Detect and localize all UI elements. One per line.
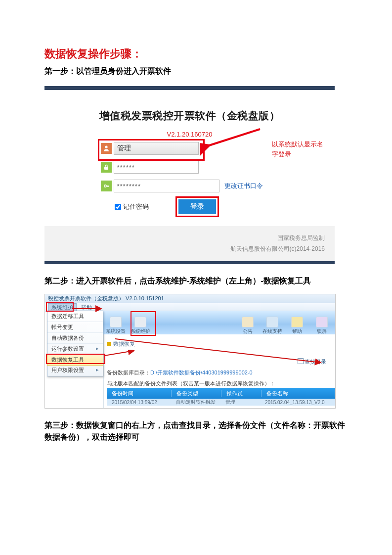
dd-run-params[interactable]: 运行参数设置	[47, 344, 103, 355]
dd-account-change[interactable]: 帐号变更	[47, 322, 103, 333]
login-version: V2.1.20.160720	[44, 131, 335, 138]
username-input[interactable]: 管理	[114, 142, 199, 155]
table-header: 备份时间 备份类型 操作员 备份名称	[107, 388, 335, 399]
backup-path-value: D:\开票软件数据备份\440301999999002-0	[150, 370, 253, 375]
tool-lock[interactable]: 锁屏	[309, 311, 334, 335]
login-screenshot: 增值税发票税控开票软件（金税盘版） V2.1.20.160720 管理	[44, 86, 348, 264]
software-screenshot: 税控发票开票软件（金税盘版） V2.0.10.151201 系统维护 帮助 数据…	[44, 294, 336, 409]
dd-data-recovery[interactable]: 数据恢复工具	[47, 354, 103, 366]
remember-checkbox[interactable]	[115, 204, 121, 210]
window-titlebar: 税控发票开票软件（金税盘版） V2.0.10.151201	[45, 294, 335, 303]
tool-announce[interactable]: 公告	[235, 311, 260, 335]
footer-line-2: 航天信息股份有限公司(c)2014-2016	[44, 244, 325, 255]
tool-system-settings[interactable]: 系统设置	[103, 311, 128, 335]
tool-system-maintenance[interactable]: 系统维护	[128, 311, 153, 335]
svg-point-0	[105, 146, 107, 148]
arrow-menu-icon	[71, 305, 105, 312]
footer-line-1: 国家税务总局监制	[44, 233, 325, 244]
password-input[interactable]: ******	[114, 161, 199, 174]
step-1: 第一步：以管理员身份进入开票软件	[44, 65, 348, 77]
doc-title: 数据恢复操作步骤：	[44, 46, 348, 61]
svg-rect-2	[104, 167, 108, 170]
login-footer: 国家税务总局监制 航天信息股份有限公司(c)2014-2016	[44, 226, 335, 261]
login-app-title: 增值税发票税控开票软件（金税盘版）	[44, 109, 335, 123]
svg-point-3	[104, 185, 106, 187]
th-type: 备份类型	[172, 390, 221, 397]
toolbar: 系统设置 系统维护 公告 在线支持 帮助 锁屏	[103, 311, 335, 335]
arrow-to-find-dir-icon	[113, 337, 327, 368]
th-name: 备份名称	[261, 390, 335, 397]
svg-line-6	[115, 339, 321, 363]
remember-label: 记住密码	[123, 202, 149, 211]
tool-online-support[interactable]: 在线支持	[260, 311, 285, 335]
dd-auto-backup[interactable]: 自动数据备份	[47, 333, 103, 344]
login-note: 以系统默认显示名字登录	[272, 139, 331, 159]
tool-help[interactable]: 帮助	[285, 311, 309, 335]
dd-user-permissions[interactable]: 用户权限设置	[47, 365, 103, 376]
login-button[interactable]: 登录	[178, 199, 216, 214]
step-3: 第三步：数据恢复窗口的右上方，点击查找目录，选择备份文件（文件名称：开票软件数据…	[44, 419, 348, 443]
table-row[interactable]: 2015/02/04 13:59/02 自动定时软件触发 管理 2015.02.…	[107, 399, 335, 406]
user-icon	[101, 143, 112, 154]
th-operator: 操作员	[221, 390, 261, 397]
cert-input[interactable]: ********	[114, 180, 219, 192]
lock-icon	[101, 162, 112, 173]
th-time: 备份时间	[107, 390, 172, 397]
backup-path-row: 备份数据库目录：D:\开票软件数据备份\440301999999002-0	[107, 369, 332, 376]
step-2: 第二步：进入开票软件后，点击系统维护-系统维护（左上角）-数据恢复工具	[44, 275, 348, 287]
dropdown-menu: 数据迁移工具 帐号变更 自动数据备份 运行参数设置 数据恢复工具 用户权限设置	[47, 311, 103, 376]
change-cert-link[interactable]: 更改证书口令	[224, 182, 263, 190]
key-icon	[101, 181, 112, 191]
dd-data-migration[interactable]: 数据迁移工具	[47, 311, 103, 322]
backup-list-caption: 与此版本匹配的备份文件列表（双击某一版本进行数据库恢复操作）：	[107, 380, 332, 387]
